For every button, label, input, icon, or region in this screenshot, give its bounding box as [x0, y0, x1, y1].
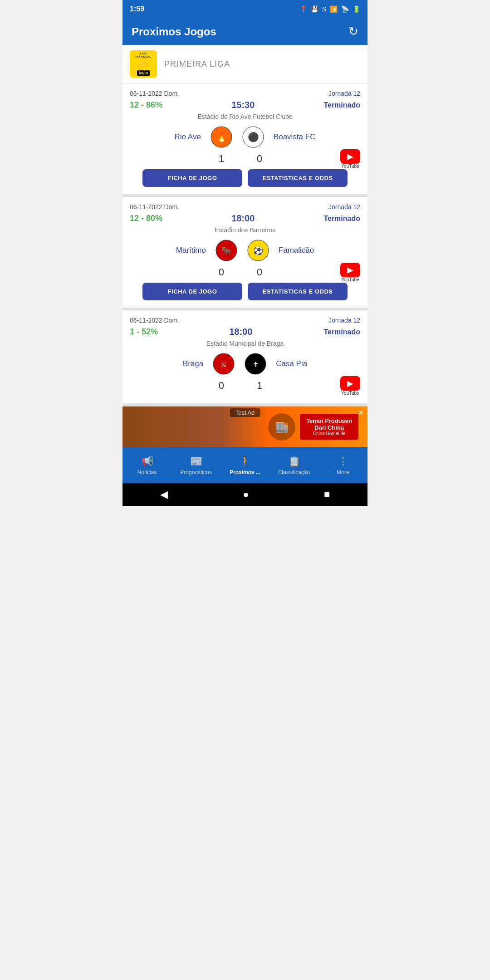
match-card-1: 06-11-2022 Dom. Jornada 12 12 - 86% 15:3…: [122, 83, 368, 197]
home-button[interactable]: ●: [243, 489, 249, 500]
status-icons: 📍 💾 S 📶 📡 🔋: [299, 5, 360, 13]
android-nav: ◀ ● ■: [122, 483, 368, 506]
match-prediction-2: 12 - 80%: [130, 214, 162, 223]
battery-icon: 🔋: [353, 5, 360, 13]
ad-image: 🏬: [268, 413, 295, 441]
match-prediction-3: 1 - 52%: [130, 327, 158, 337]
svg-text:⚔: ⚔: [220, 361, 227, 368]
home-logo-2: 🐂: [215, 239, 238, 262]
noticias-icon: 📢: [141, 456, 153, 467]
home-logo-1: 🔥: [210, 126, 233, 148]
more-label: More: [337, 469, 349, 475]
svg-text:⚫: ⚫: [247, 132, 259, 142]
nav-noticias[interactable]: 📢 Noticias: [122, 456, 172, 475]
match-stadium-1: Estádio do Rio Ave Futebol Clube: [130, 113, 360, 120]
youtube-btn-3[interactable]: ▶ YouTube: [340, 376, 360, 396]
youtube-label-2: YouTube: [341, 277, 359, 282]
match-card-3: 06-11-2022 Dom. Jornada 12 1 - 52% 18:00…: [122, 310, 368, 406]
match-teams-2: Marítimo 🐂 ⚽ Famalicão: [130, 239, 360, 262]
nav-proximos[interactable]: 🚶 Proximos ...: [220, 456, 270, 475]
match-row2-1: 12 - 86% 15:30 Terminado: [130, 100, 360, 110]
ad-text: Temui Produsen Dari China China HomeLife: [300, 414, 358, 440]
ficha-button-1[interactable]: FICHA DE JOGO: [142, 169, 242, 187]
proximos-icon: 🚶: [239, 456, 251, 467]
back-button[interactable]: ◀: [160, 489, 168, 500]
match-score-row-2: 0 0 ▶ YouTube: [130, 266, 360, 278]
wifi-icon: 📶: [330, 5, 338, 13]
match-row2-3: 1 - 52% 18:00 Terminado: [130, 327, 360, 337]
away-team-2: Famalicão: [279, 246, 314, 255]
ad-inner: Test Ad ✕ 🏬 Temui Produsen Dari China Ch…: [122, 407, 368, 447]
stats-button-2[interactable]: ESTATISTICAS E ODDS: [248, 283, 348, 300]
match-status-2: Terminado: [323, 215, 360, 223]
ad-close-button[interactable]: ✕: [358, 408, 364, 417]
youtube-icon-3[interactable]: ▶: [340, 376, 360, 391]
nav-prognosticos[interactable]: 📰 Prognosticos: [172, 456, 220, 475]
match-jornada-3: Jornada 12: [328, 317, 360, 324]
away-logo-2: ⚽: [247, 239, 270, 262]
match-meta-2: 06-11-2022 Dom. Jornada 12: [130, 203, 360, 211]
more-icon: ⋮: [338, 456, 348, 467]
match-status-3: Terminado: [323, 328, 360, 336]
match-time-1: 15:30: [231, 100, 255, 110]
youtube-label-1: YouTube: [341, 164, 359, 169]
proximos-label: Proximos ...: [230, 469, 260, 475]
match-jornada-1: Jornada 12: [328, 90, 360, 97]
match-teams-1: Rio Ave 🔥 ⚫ Boavista FC: [130, 126, 360, 148]
match-prediction-1: 12 - 86%: [130, 100, 162, 110]
match-teams-3: Braga ⚔ ✝ Casa Pia: [130, 353, 360, 375]
away-logo-1: ⚫: [242, 126, 265, 148]
youtube-icon-2[interactable]: ▶: [340, 263, 360, 277]
stats-button-1[interactable]: ESTATISTICAS E ODDS: [248, 169, 348, 187]
match-buttons-1: FICHA DE JOGO ESTATISTICAS E ODDS: [130, 169, 360, 187]
svg-text:🔥: 🔥: [216, 132, 227, 142]
match-stadium-2: Estádio dos Barreiros: [130, 226, 360, 234]
status-time: 1:59: [130, 5, 144, 13]
youtube-label-3: YouTube: [341, 391, 359, 396]
svg-text:⚽: ⚽: [253, 246, 264, 256]
nav-classificacao[interactable]: 📋 Classificação: [270, 456, 318, 475]
match-meta-1: 06-11-2022 Dom. Jornada 12: [130, 90, 360, 97]
prognosticos-icon: 📰: [190, 456, 202, 467]
prognosticos-label: Prognosticos: [180, 469, 211, 475]
home-team-2: Marítimo: [176, 246, 206, 255]
svg-text:✝: ✝: [253, 361, 259, 368]
app-title: Proximos Jogos: [132, 25, 216, 38]
youtube-btn-2[interactable]: ▶ YouTube: [340, 263, 360, 282]
match-score-3: 0 1: [219, 380, 272, 392]
location-icon: 📍: [299, 5, 307, 13]
match-date-1: 06-11-2022 Dom.: [130, 90, 179, 97]
home-team-1: Rio Ave: [175, 132, 201, 142]
ad-banner: Test Ad ✕ 🏬 Temui Produsen Dari China Ch…: [122, 406, 368, 447]
home-logo-3: ⚔: [212, 353, 235, 375]
match-status-1: Terminado: [323, 101, 360, 109]
league-header: LIGAPORTUGAL ⚡ bwin PRIMEIRA LIGA: [122, 45, 368, 83]
match-jornada-2: Jornada 12: [328, 203, 360, 211]
match-score-row-1: 1 0 ▶ YouTube: [130, 153, 360, 165]
away-logo-3: ✝: [244, 353, 267, 375]
match-date-3: 06-11-2022 Dom.: [130, 317, 179, 324]
away-team-3: Casa Pia: [276, 359, 307, 368]
match-time-2: 18:00: [231, 213, 255, 224]
match-date-2: 06-11-2022 Dom.: [130, 203, 179, 211]
home-team-3: Braga: [183, 359, 203, 368]
svg-text:🐂: 🐂: [221, 246, 232, 256]
app-header: Proximos Jogos ↻: [122, 18, 368, 45]
noticias-label: Noticias: [137, 469, 157, 475]
refresh-button[interactable]: ↻: [348, 24, 358, 39]
league-name: PRIMEIRA LIGA: [164, 59, 230, 69]
youtube-icon-1[interactable]: ▶: [340, 149, 360, 164]
ficha-button-2[interactable]: FICHA DE JOGO: [142, 283, 242, 300]
bottom-nav: 📢 Noticias 📰 Prognosticos 🚶 Proximos ...…: [122, 447, 368, 483]
match-row2-2: 12 - 80% 18:00 Terminado: [130, 213, 360, 224]
match-score-1: 1 0: [219, 153, 272, 165]
ad-label: Test Ad: [230, 408, 260, 417]
league-logo: LIGAPORTUGAL ⚡ bwin: [130, 50, 157, 78]
recents-button[interactable]: ■: [324, 489, 330, 500]
match-score-row-3: 0 1 ▶ YouTube: [130, 380, 360, 392]
match-buttons-2: FICHA DE JOGO ESTATISTICAS E ODDS: [130, 283, 360, 300]
youtube-btn-1[interactable]: ▶ YouTube: [340, 149, 360, 169]
match-score-2: 0 0: [219, 266, 272, 278]
nav-more[interactable]: ⋮ More: [318, 456, 368, 475]
away-team-1: Boavista FC: [274, 132, 316, 142]
